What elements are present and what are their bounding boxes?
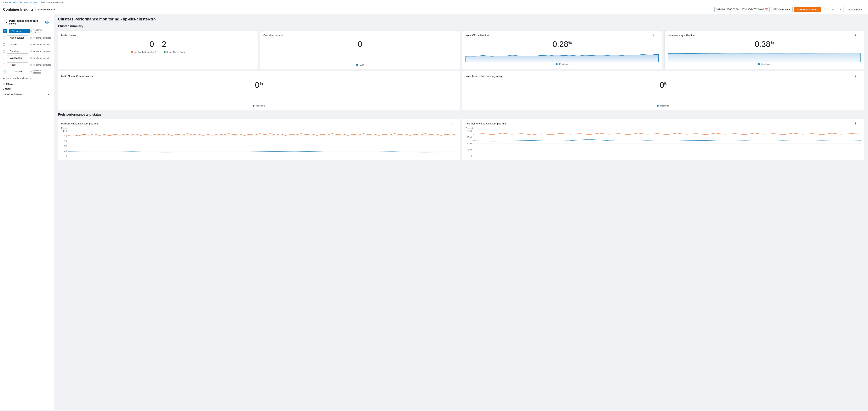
pods-button[interactable]: Pods xyxy=(7,62,28,67)
filters-arrow: ▼ xyxy=(3,83,5,86)
container-restarts-card: Container restarts ℹ ⋮ 0 Sum xyxy=(260,30,460,69)
neuroncore-memory-value: 0B xyxy=(465,79,861,91)
neuroncore-util-value: 0% xyxy=(61,79,457,91)
header-left: Container Insights Service: EKS ▼ xyxy=(3,7,57,12)
containers-button[interactable]: Containers xyxy=(9,69,30,74)
filters-label: Filters xyxy=(6,83,13,86)
cpu-y-4: 4.0 xyxy=(61,145,67,147)
sidebar: ▼ Performance dashboard views Info ⬡ Clu… xyxy=(0,14,54,410)
timezone-selector[interactable]: UTC timezone ▼ xyxy=(771,7,793,12)
workloads-button[interactable]: Workloads xyxy=(7,56,28,60)
not-ready-dot xyxy=(131,51,133,53)
node-cpu-actions: ℹ ⋮ xyxy=(652,33,659,37)
node-memory-actions: ℹ ⋮ xyxy=(855,33,861,37)
node-memory-title: Node memory utilization xyxy=(668,34,694,37)
filters-section[interactable]: ▼ Filters xyxy=(0,81,54,87)
nodes-status-actions: ℹ ⋮ xyxy=(248,33,254,37)
sidebar-item-containers[interactable]: ⬡ Containers No alarms detected xyxy=(3,68,51,75)
node-cpu-header: Node CPU utilization ℹ ⋮ xyxy=(465,33,659,37)
mem-y-20: 20.00 xyxy=(465,130,472,132)
options-dropdown-button[interactable]: ▼ xyxy=(830,7,836,12)
cpu-y-2: 2.0 xyxy=(61,150,67,152)
view-in-maps-button[interactable]: View in maps xyxy=(845,7,865,12)
sidebar-item-workloads[interactable]: Workloads No alarms detected xyxy=(3,55,51,61)
more-dashboard-views[interactable]: ▶ More dashboard views xyxy=(0,76,54,81)
sidebar-item-namespaces-left: Namespaces xyxy=(3,35,28,40)
fullscreen-button[interactable]: ⤢ xyxy=(838,7,843,12)
pod-memory-more-btn[interactable]: ⋮ xyxy=(857,122,861,126)
container-restarts-actions: ℹ ⋮ xyxy=(450,33,457,37)
breadcrumb-cloudwatch[interactable]: CloudWatch xyxy=(3,1,16,4)
sidebar-section-header[interactable]: ▼ Performance dashboard views Info xyxy=(3,18,51,26)
node-memory-value: 0.38% xyxy=(668,39,861,50)
nodes-status-more-btn[interactable]: ⋮ xyxy=(251,33,254,37)
pod-memory-info-btn[interactable]: ℹ xyxy=(855,122,856,126)
pods-alarm-label: No alarms detected xyxy=(33,64,51,66)
node-cpu-info-btn[interactable]: ℹ xyxy=(652,33,654,37)
services-alarm-dot xyxy=(30,50,32,52)
clusters-alarm-dot xyxy=(30,30,32,32)
nodes-status-info-btn[interactable]: ℹ xyxy=(248,33,250,37)
container-restarts-more-btn[interactable]: ⋮ xyxy=(453,33,457,37)
neuroncore-memory-more-btn[interactable]: ⋮ xyxy=(857,74,861,78)
clusters-icon: ⬡ xyxy=(3,29,7,33)
workloads-alarm-dot xyxy=(30,57,32,59)
sidebar-item-services[interactable]: Services No alarms detected xyxy=(3,48,51,55)
pod-cpu-info-btn[interactable]: ℹ xyxy=(450,122,452,126)
nodes-button[interactable]: Nodes xyxy=(7,42,28,47)
clusters-button[interactable]: Clusters xyxy=(9,29,30,33)
timezone-arrow: ▼ xyxy=(788,8,791,11)
service-selector[interactable]: Service: EKS ▼ xyxy=(36,7,57,12)
ready-text: Ready Nodes (avg) xyxy=(166,51,185,53)
cluster-select[interactable]: hp-eks-cluster-trn ▼ xyxy=(3,92,51,97)
sidebar-item-pods[interactable]: Pods No alarms detected xyxy=(3,61,51,68)
neuroncore-memory-info-btn[interactable]: ℹ xyxy=(855,74,856,78)
refresh-button[interactable]: ↻ xyxy=(823,7,828,12)
cpu-y-6: 6.0 xyxy=(61,140,67,142)
mem-max-label: Maximum xyxy=(761,63,771,65)
neuroncore-memory-chart xyxy=(465,92,861,104)
services-button[interactable]: Services xyxy=(7,49,28,54)
info-badge[interactable]: Info xyxy=(45,21,49,24)
namespaces-radio xyxy=(3,36,5,39)
pod-cpu-y-label: Percent xyxy=(61,127,457,129)
namespaces-alarm-label: No alarms detected xyxy=(33,37,51,39)
sidebar-item-clusters[interactable]: ⬡ Clusters No alarms detected xyxy=(3,28,51,34)
breadcrumb: CloudWatch › Container Insights › Perfor… xyxy=(0,0,868,5)
node-memory-more-btn[interactable]: ⋮ xyxy=(857,33,861,37)
namespaces-alarm-dot xyxy=(30,37,32,39)
mem-y-15: 15.00 xyxy=(465,136,472,138)
neuroncore-util-info-btn[interactable]: ℹ xyxy=(450,74,452,78)
clusters-alarm-label: No alarms detected xyxy=(33,29,51,33)
containers-icon: ⬡ xyxy=(3,69,7,74)
neuroncore-util-title: Node NeuronCore utilization xyxy=(61,75,93,77)
workloads-alarm-label: No alarms detected xyxy=(33,57,51,59)
node-cpu-more-btn[interactable]: ⋮ xyxy=(655,33,659,37)
datetime-range[interactable]: 2024-06-14T00:00:00 › 2024-06-14T03:00:0… xyxy=(714,7,770,12)
sidebar-item-containers-left: ⬡ Containers xyxy=(3,69,30,74)
nodes-status-card-header: Nodes status ℹ ⋮ xyxy=(61,33,254,37)
cpu-y-0: 0 xyxy=(61,155,67,157)
sidebar-item-nodes[interactable]: Nodes No alarms detected xyxy=(3,41,51,48)
breadcrumb-container-insights[interactable]: Container Insights xyxy=(19,1,37,4)
header-right: 2024-06-14T00:00:00 › 2024-06-14T03:00:0… xyxy=(714,7,865,12)
pod-cpu-chart xyxy=(68,130,457,157)
cpu-max-dot xyxy=(556,63,558,65)
clusters-alarm: No alarms detected xyxy=(30,29,51,33)
mem-y-10: 10.00 xyxy=(465,143,472,145)
cluster-summary-cards: Nodes status ℹ ⋮ 0 2 Not Ready Nodes (av… xyxy=(58,30,864,69)
namespaces-button[interactable]: Namespaces xyxy=(7,35,28,40)
neuroncore-util-card: Node NeuronCore utilization ℹ ⋮ 0% xyxy=(58,71,460,110)
add-to-dashboard-button[interactable]: Add to dashboard xyxy=(794,7,821,12)
breadcrumb-sep-1: › xyxy=(17,1,18,4)
not-ready-text: Not Ready Nodes (avg) xyxy=(134,51,156,53)
container-restarts-info-btn[interactable]: ℹ xyxy=(450,33,452,37)
node-memory-info-btn[interactable]: ℹ xyxy=(855,33,856,37)
calendar-icon[interactable]: 📅 xyxy=(765,8,768,11)
sidebar-item-namespaces[interactable]: Namespaces No alarms detected xyxy=(3,34,51,41)
cluster-summary-header: Cluster summary xyxy=(58,25,864,28)
neuroncore-util-more-btn[interactable]: ⋮ xyxy=(453,74,457,78)
not-ready-nodes-value: 0 xyxy=(150,40,154,48)
pod-cpu-more-btn[interactable]: ⋮ xyxy=(453,122,457,126)
sidebar-item-clusters-left: ⬡ Clusters xyxy=(3,29,30,33)
